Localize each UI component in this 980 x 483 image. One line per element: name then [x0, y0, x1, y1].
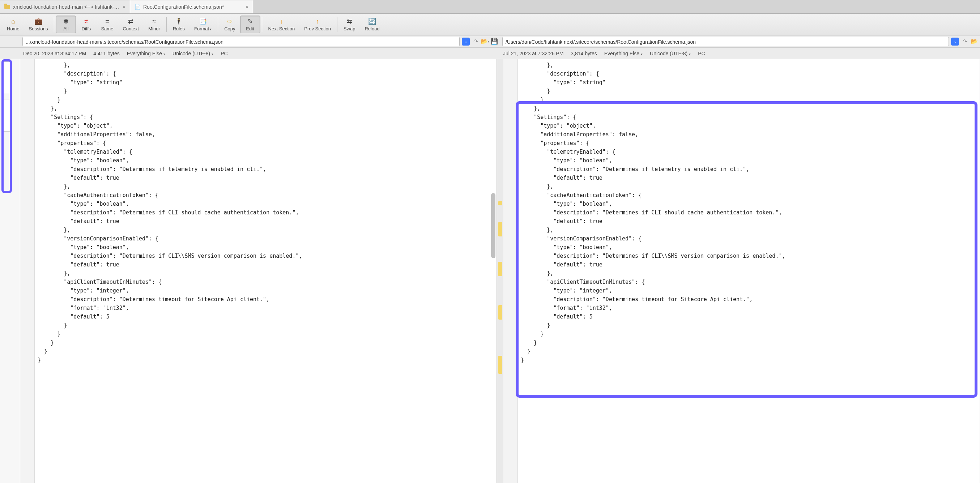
folder-compare-icon [4, 4, 10, 10]
copy-button[interactable]: ➪ Copy [220, 16, 240, 33]
reload-button[interactable]: 🔄 Reload [360, 16, 384, 33]
reload-label: Reload [364, 26, 379, 32]
path-row: .../xmcloud-foundation-head-main/.siteco… [0, 35, 980, 48]
open-folder-icon[interactable]: 📂▾ [481, 38, 488, 45]
toolbar-separator [54, 17, 54, 32]
arrow-up-icon: ↑ [316, 17, 319, 25]
filter-dropdown[interactable]: Everything Else▾ [604, 51, 643, 56]
path-dropdown-button[interactable]: ⌄ [462, 38, 470, 46]
encoding-dropdown[interactable]: Unicode (UTF-8)▾ [172, 51, 213, 56]
copy-label: Copy [224, 26, 235, 32]
info-row: Dec 20, 2023 at 3:34:17 PM 4,411 bytes E… [0, 48, 980, 59]
swap-button[interactable]: ⇆ Swap [339, 16, 360, 33]
diff-mark [498, 222, 502, 237]
minimap-viewport-highlight [2, 59, 12, 193]
tab-label: RootConfigurationFile.schema.json* [143, 4, 243, 10]
left-gutter [20, 59, 35, 483]
next-section-button[interactable]: ↓ Next Section [264, 16, 300, 33]
format-button[interactable]: 📑 Format▾ [189, 16, 216, 33]
briefcase-icon: 💼 [34, 17, 42, 25]
chevron-down-icon: ▾ [210, 27, 212, 31]
line-ending: PC [221, 51, 228, 56]
scrollbar-vertical[interactable] [491, 63, 496, 447]
referee-icon: 🕴 [175, 17, 183, 25]
save-icon[interactable]: 💾 [491, 38, 498, 45]
toolbar-separator [218, 17, 218, 32]
context-button[interactable]: ⇄ Context [118, 16, 143, 33]
swap-icon: ⇆ [347, 17, 352, 25]
next-section-label: Next Section [268, 26, 295, 32]
file-size: 3,814 bytes [571, 51, 597, 56]
file-icon: 📄 [135, 4, 140, 10]
all-label: All [63, 26, 68, 32]
tab-label: xmcloud-foundation-head-main <--> fishta… [13, 4, 120, 10]
left-path-input[interactable]: .../xmcloud-foundation-head-main/.siteco… [22, 37, 460, 46]
pencil-icon: ✎ [247, 17, 253, 25]
diff-mark [498, 305, 502, 319]
right-path-cell: /Users/dan/Code/fishtank next/.sitecore/… [500, 37, 980, 46]
diffs-button[interactable]: ≠ Diffs [76, 16, 96, 33]
encoding-dropdown[interactable]: Unicode (UTF-8)▾ [650, 51, 691, 56]
minor-button[interactable]: ≈ Minor [143, 16, 165, 33]
recent-icon[interactable]: ↷ [961, 38, 969, 45]
right-code[interactable]: }, "description": { "type": "string" } }… [518, 59, 980, 483]
tab-file[interactable]: 📄 RootConfigurationFile.schema.json* × [130, 0, 253, 13]
home-button[interactable]: ⌂ Home [2, 16, 24, 33]
timestamp: Jul 21, 2023 at 7:32:26 PM [503, 51, 563, 56]
context-icon: ⇄ [128, 17, 134, 25]
home-icon: ⌂ [11, 17, 15, 25]
arrow-right-icon: ➪ [227, 17, 232, 25]
right-info-cell: Jul 21, 2023 at 7:32:26 PM 3,814 bytes E… [500, 51, 980, 56]
sessions-button[interactable]: 💼 Sessions [24, 16, 53, 33]
tab-comparison[interactable]: xmcloud-foundation-head-main <--> fishta… [0, 0, 130, 13]
close-icon[interactable]: × [245, 4, 248, 10]
timestamp: Dec 20, 2023 at 3:34:17 PM [23, 51, 86, 56]
chevron-down-icon: ▾ [164, 52, 165, 56]
swap-label: Swap [344, 26, 355, 32]
right-path-input[interactable]: /Users/dan/Code/fishtank next/.sitecore/… [502, 37, 949, 46]
close-icon[interactable]: × [123, 4, 126, 10]
chevron-down-icon: ⌄ [954, 39, 957, 44]
same-button[interactable]: = Same [96, 16, 118, 33]
scrollbar-thumb[interactable] [491, 193, 495, 258]
chevron-down-icon: ▾ [641, 52, 643, 56]
sessions-label: Sessions [29, 26, 48, 32]
toolbar: ⌂ Home 💼 Sessions ✱ All ≠ Diffs = Same ⇄… [0, 14, 980, 35]
open-folder-icon[interactable]: 📂 [970, 38, 978, 45]
center-diff-strip [497, 59, 503, 483]
left-code[interactable]: }, "description": { "type": "string" } }… [35, 59, 496, 483]
left-info-cell: Dec 20, 2023 at 3:34:17 PM 4,411 bytes E… [20, 51, 500, 56]
asterisk-icon: ✱ [63, 17, 69, 25]
gear-doc-icon: 📑 [199, 17, 207, 25]
rules-label: Rules [173, 26, 185, 32]
prev-section-button[interactable]: ↑ Prev Section [299, 16, 336, 33]
chevron-down-icon: ▾ [212, 52, 213, 56]
equals-icon: = [105, 17, 109, 25]
minimap[interactable] [0, 59, 20, 483]
diff-mark [498, 262, 502, 276]
format-label: Format [194, 26, 209, 32]
compare-main: }, "description": { "type": "string" } }… [0, 59, 980, 483]
filter-dropdown[interactable]: Everything Else▾ [127, 51, 165, 56]
context-label: Context [123, 26, 139, 32]
minor-label: Minor [148, 26, 160, 32]
toolbar-separator [166, 17, 167, 32]
recent-icon[interactable]: ↷ [472, 38, 479, 45]
left-pane: }, "description": { "type": "string" } }… [20, 59, 497, 483]
edit-button[interactable]: ✎ Edit [240, 16, 260, 33]
approx-equal-icon: ≈ [153, 17, 156, 25]
all-button[interactable]: ✱ All [56, 16, 76, 33]
right-pane: }, "description": { "type": "string" } }… [503, 59, 980, 483]
toolbar-separator [262, 17, 262, 32]
chevron-down-icon: ⌄ [465, 39, 468, 44]
prev-section-label: Prev Section [304, 26, 331, 32]
diff-mark [498, 201, 502, 205]
right-gutter [503, 59, 518, 483]
file-size: 4,411 bytes [93, 51, 119, 56]
diffs-label: Diffs [82, 26, 91, 32]
rules-button[interactable]: 🕴 Rules [168, 16, 189, 33]
reload-icon: 🔄 [368, 17, 376, 25]
path-dropdown-button[interactable]: ⌄ [951, 38, 959, 46]
same-label: Same [101, 26, 113, 32]
home-label: Home [7, 26, 19, 32]
